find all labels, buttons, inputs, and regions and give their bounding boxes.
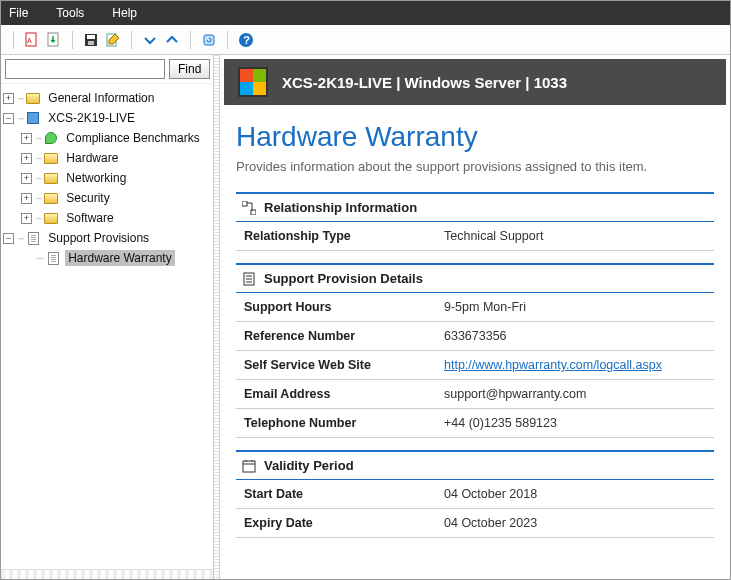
tree-item-warranty[interactable]: ····Hardware Warranty (3, 248, 211, 268)
collapse-icon[interactable]: − (3, 113, 14, 124)
svg-rect-7 (204, 35, 214, 45)
tree-label: Hardware Warranty (65, 250, 175, 266)
main: Find +···General Information −···XCS-2K1… (1, 55, 730, 579)
menu-help[interactable]: Help (112, 6, 137, 20)
field-label: Email Address (236, 380, 436, 409)
field-label: Reference Number (236, 322, 436, 351)
table-row: Start Date04 October 2018 (236, 480, 714, 509)
details-table: Support Hours9-5pm Mon-Fri Reference Num… (236, 293, 714, 438)
separator (190, 31, 191, 49)
tree-item-hardware[interactable]: +···Hardware (3, 148, 211, 168)
table-row: Reference Number633673356 (236, 322, 714, 351)
expand-button[interactable] (140, 30, 160, 50)
section-details-header: Support Provision Details (236, 263, 714, 293)
edit-button[interactable] (103, 30, 123, 50)
tree-label: XCS-2K19-LIVE (45, 110, 138, 126)
save-button[interactable] (81, 30, 101, 50)
find-bar: Find (1, 55, 213, 84)
page-title: Hardware Warranty (236, 121, 714, 153)
right-panel: XCS-2K19-LIVE | Windows Server | 1033 Ha… (220, 55, 730, 579)
expand-icon[interactable]: + (21, 153, 32, 164)
field-label: Start Date (236, 480, 436, 509)
section-heading: Support Provision Details (264, 271, 423, 286)
tree-item-software[interactable]: +···Software (3, 208, 211, 228)
tree-label: Support Provisions (45, 230, 152, 246)
field-value: 04 October 2023 (436, 509, 714, 538)
field-label: Support Hours (236, 293, 436, 322)
tree-label: Software (63, 210, 116, 226)
refresh-button[interactable] (199, 30, 219, 50)
tree-label: General Information (45, 90, 157, 106)
separator (13, 31, 14, 49)
tree-label: Hardware (63, 150, 121, 166)
tree-label: Networking (63, 170, 129, 186)
field-label: Relationship Type (236, 222, 436, 251)
menu-file[interactable]: File (9, 6, 28, 20)
export-pdf-button[interactable]: A (22, 30, 42, 50)
expand-icon[interactable]: + (21, 173, 32, 184)
field-label: Expiry Date (236, 509, 436, 538)
field-value: 9-5pm Mon-Fri (436, 293, 714, 322)
validity-table: Start Date04 October 2018 Expiry Date04 … (236, 480, 714, 538)
field-label: Telephone Number (236, 409, 436, 438)
field-value: +44 (0)1235 589123 (436, 409, 714, 438)
svg-text:?: ? (243, 34, 250, 46)
tree-item-compliance[interactable]: +···Compliance Benchmarks (3, 128, 211, 148)
collapse-button[interactable] (162, 30, 182, 50)
tree-item-support[interactable]: −···Support Provisions (3, 228, 211, 248)
field-value: Technical Support (436, 222, 714, 251)
find-button[interactable]: Find (169, 59, 210, 79)
table-row: Relationship TypeTechnical Support (236, 222, 714, 251)
toolbar: A ? (1, 25, 730, 55)
document-icon (242, 272, 256, 286)
header-band: XCS-2K19-LIVE | Windows Server | 1033 (224, 59, 726, 105)
table-row: Telephone Number+44 (0)1235 589123 (236, 409, 714, 438)
tree-label: Compliance Benchmarks (63, 130, 202, 146)
tree-item-general[interactable]: +···General Information (3, 88, 211, 108)
windows-logo-icon (238, 67, 268, 97)
tree-label: Security (63, 190, 112, 206)
expand-icon[interactable]: + (21, 193, 32, 204)
export-button[interactable] (44, 30, 64, 50)
collapse-icon[interactable]: − (3, 233, 14, 244)
calendar-icon (242, 459, 256, 473)
field-value: support@hpwarranty.com (436, 380, 714, 409)
table-row: Expiry Date04 October 2023 (236, 509, 714, 538)
section-heading: Validity Period (264, 458, 354, 473)
tree-item-host[interactable]: −···XCS-2K19-LIVE (3, 108, 211, 128)
field-value: 633673356 (436, 322, 714, 351)
menubar: File Tools Help (1, 1, 730, 25)
separator (72, 31, 73, 49)
svg-rect-5 (88, 41, 94, 45)
menu-tools[interactable]: Tools (56, 6, 84, 20)
svg-text:A: A (27, 37, 32, 44)
header-title: XCS-2K19-LIVE | Windows Server | 1033 (282, 74, 567, 91)
expand-icon[interactable]: + (21, 213, 32, 224)
section-validity-header: Validity Period (236, 450, 714, 480)
scrollbar[interactable] (1, 569, 213, 579)
relationship-icon (242, 201, 256, 215)
table-row: Email Addresssupport@hpwarranty.com (236, 380, 714, 409)
tree: +···General Information −···XCS-2K19-LIV… (1, 84, 213, 569)
content: Hardware Warranty Provides information a… (220, 109, 730, 558)
left-panel: Find +···General Information −···XCS-2K1… (1, 55, 214, 579)
separator (227, 31, 228, 49)
table-row: Self Service Web Sitehttp://www.hpwarran… (236, 351, 714, 380)
expand-icon[interactable]: + (3, 93, 14, 104)
svg-rect-4 (87, 35, 95, 39)
relationship-table: Relationship TypeTechnical Support (236, 222, 714, 251)
self-service-link[interactable]: http://www.hpwarranty.com/logcall.aspx (444, 358, 662, 372)
field-label: Self Service Web Site (236, 351, 436, 380)
section-heading: Relationship Information (264, 200, 417, 215)
field-value: 04 October 2018 (436, 480, 714, 509)
table-row: Support Hours9-5pm Mon-Fri (236, 293, 714, 322)
page-subtitle: Provides information about the support p… (236, 159, 714, 174)
svg-rect-16 (243, 461, 255, 472)
help-button[interactable]: ? (236, 30, 256, 50)
section-relationship-header: Relationship Information (236, 192, 714, 222)
expand-icon[interactable]: + (21, 133, 32, 144)
tree-item-networking[interactable]: +···Networking (3, 168, 211, 188)
tree-item-security[interactable]: +···Security (3, 188, 211, 208)
svg-rect-10 (242, 201, 247, 206)
find-input[interactable] (5, 59, 165, 79)
